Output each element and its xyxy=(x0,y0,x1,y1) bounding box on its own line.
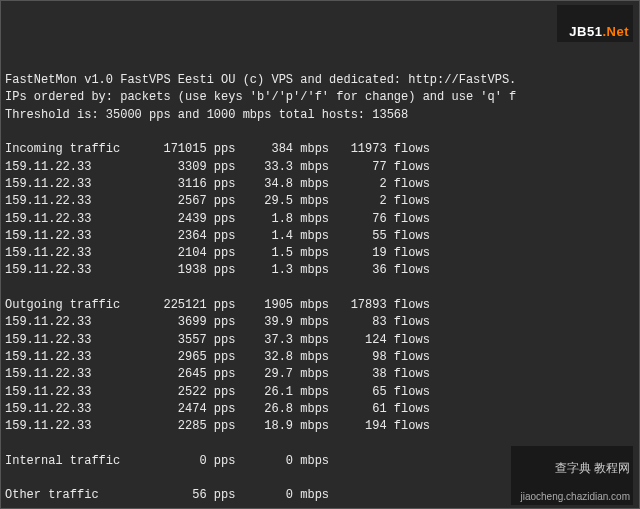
watermark-bottom-sub: jiaocheng.chazidian.com xyxy=(520,491,630,502)
watermark-top: JB51.Net xyxy=(557,5,633,42)
watermark-top-suffix: .Net xyxy=(602,24,629,39)
watermark-bottom: 查字典 教程网 jiaocheng.chazidian.com xyxy=(511,446,633,505)
watermark-bottom-main: 查字典 教程网 xyxy=(555,461,630,475)
watermark-top-prefix: JB51 xyxy=(569,24,602,39)
terminal-output: FastNetMon v1.0 FastVPS Eesti OU (c) VPS… xyxy=(1,70,639,509)
